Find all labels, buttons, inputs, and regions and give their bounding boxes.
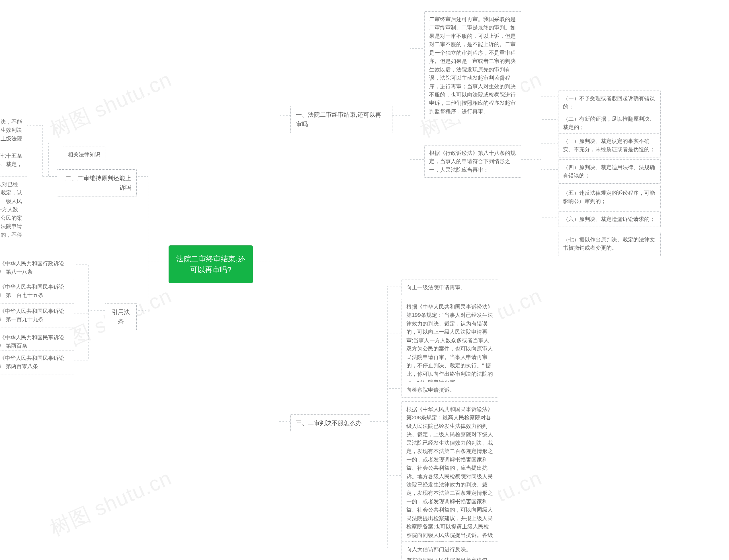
leaf-s2-knowledge-label[interactable]: 相关法律知识 [63, 147, 105, 162]
root-node[interactable]: 法院二审终审结束,还可以再审吗? [169, 245, 253, 283]
leaf-s1-item-7[interactable]: （七）据以作出原判决、裁定的法律文书被撤销或者变更的。 [558, 232, 661, 256]
mindmap-canvas: 树图 shutu.cn 树图 shutu.cn 树图 shutu.cn 树图 s… [0, 0, 729, 560]
branch-section-3[interactable]: 三、二审判决不服怎么办 [290, 414, 370, 432]
leaf-cite-5[interactable]: [5]《中华人民共和国民事诉讼法》 第两百零八条 [0, 350, 74, 374]
branch-citations[interactable]: 引用法条 [105, 303, 137, 330]
leaf-s1-item-3[interactable]: （三）原判决、裁定认定的事实不确实、不充分，未经质证或者是伪造的； [558, 133, 661, 157]
branch-section-1[interactable]: 一、法院二审终审结束,还可以再审吗 [290, 106, 392, 133]
leaf-cite-3[interactable]: [3]《中华人民共和国民事诉讼法》 第一百九十九条 [0, 303, 74, 327]
leaf-s2-p2[interactable]: 《民事诉讼法》第一百七十五条 第二审人民法院的判决、裁定，是终审的判决、裁定。 [0, 148, 27, 180]
watermark: 树图 shutu.cn [46, 66, 176, 144]
leaf-s3-p5[interactable]: 向人大信访部门进行反映。 [402, 541, 498, 557]
leaf-s1-intro[interactable]: 二审终审后还可再审。我国采取的是二审终审制。二审是最终的审判。如果是对一审不服的… [424, 11, 521, 119]
leaf-s3-p1[interactable]: 向上一级法院申请再审。 [402, 280, 498, 295]
branch-section-2[interactable]: 二、二审维持原判还能上诉吗 [57, 169, 137, 196]
leaf-s1-item-2[interactable]: （二）有新的证据，足以推翻原判决、裁定的； [558, 111, 661, 135]
leaf-s1-item-5[interactable]: （五）违反法律规定的诉讼程序，可能影响公正审判的； [558, 185, 661, 209]
leaf-s1-item-6[interactable]: （六）原判决、裁定遗漏诉讼请求的； [558, 211, 661, 227]
leaf-s2-p3[interactable]: 第一百九十九条 当事人对已经发生法律效力的判决、裁定，认为有错误的，可以向上一级… [0, 177, 27, 251]
connector-lines [0, 0, 729, 560]
leaf-s3-p4[interactable]: 根据《中华人民共和国民事诉讼法》第208条规定：最高人民检察院对各级人民法院已经… [402, 401, 498, 560]
leaf-s3-p3[interactable]: 向检察院申请抗诉。 [402, 382, 498, 398]
watermark: 树图 shutu.cn [46, 464, 176, 542]
leaf-s1-item-4[interactable]: （四）原判决、裁定适用法律、法规确有错误的； [558, 159, 661, 184]
leaf-cite-1[interactable]: [1]《中华人民共和国行政诉讼法》 第八十八条 [0, 256, 74, 280]
leaf-s3-p2[interactable]: 根据《中华人民共和国民事诉讼法》第199条规定："当事人对已经发生法律效力的判决… [402, 299, 498, 390]
leaf-cite-2[interactable]: [2]《中华人民共和国民事诉讼法》 第一百七十五条 [0, 279, 74, 303]
leaf-s1-basis[interactable]: 根据《行政诉讼法》第八十八条的规定，当事人的申请符合下列情形之一，人民法院应当再… [424, 145, 521, 178]
